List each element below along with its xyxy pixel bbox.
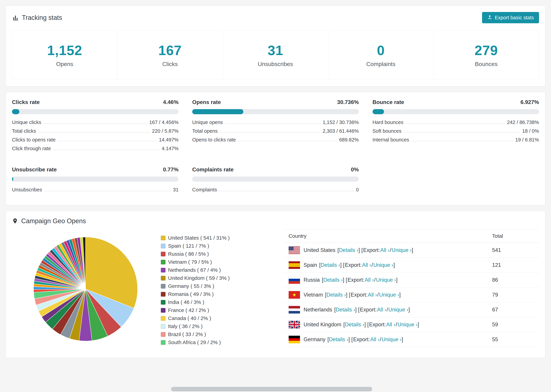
country-export-all-link[interactable]: All › [380, 247, 389, 253]
country-export-all-link[interactable]: All › [365, 277, 374, 283]
legend-swatch [161, 324, 165, 329]
country-total: 55 [488, 332, 539, 347]
country-details-link[interactable]: Details › [323, 277, 343, 283]
metric-row: Complaints 0 [192, 184, 359, 193]
legend-item[interactable]: France ( 42 / 2% ) [161, 307, 263, 313]
geo-table-wrapper: Country Total United States [Details ›] … [284, 229, 539, 347]
rate-title: Opens rate [192, 99, 221, 105]
metric-row: Total opens 2,303 / 61.446% [192, 126, 359, 134]
bar-chart-icon [12, 14, 19, 21]
table-row: United States [Details ›] [Export: All ›… [284, 243, 539, 258]
metric-label: Unsubscribes [12, 187, 42, 193]
country-total: 86 [488, 273, 539, 287]
legend-item[interactable]: Brazil ( 33 / 2% ) [161, 331, 263, 337]
metric-label: Soft bounces [373, 128, 402, 134]
geo-pie-wrapper [33, 229, 142, 343]
country-details-link[interactable]: Details › [339, 247, 359, 253]
legend-item[interactable]: South Africa ( 29 / 2% ) [161, 339, 263, 345]
country-export-unique-link[interactable]: Unique › [389, 307, 409, 313]
legend-item[interactable]: India ( 46 / 3% ) [161, 299, 263, 305]
legend-label: Vietnam ( 79 / 5% ) [168, 259, 212, 265]
country-name: Vietnam [304, 292, 323, 298]
dotted-leader [411, 141, 513, 141]
rate-block: Complaints rate 0% Complaints 0 [192, 166, 359, 193]
dotted-leader [405, 124, 505, 124]
export-prefix: Export: [369, 322, 386, 328]
table-row: Germany [Details ›] [Export: All › / Uni… [284, 332, 539, 347]
rate-title: Clicks rate [12, 99, 40, 105]
stat-label: Unsubscribes [258, 61, 293, 67]
geo-legend: United States ( 541 / 31% ) Spain ( 121 … [161, 229, 263, 348]
metric-label: Unique clicks [12, 119, 41, 125]
country-total: 59 [488, 317, 539, 332]
country-name: Netherlands [304, 307, 332, 313]
dotted-leader [403, 132, 520, 133]
legend-swatch [161, 292, 165, 297]
table-row: United Kingdom [Details ›] [Export: All … [284, 317, 539, 332]
country-flag-icon [289, 291, 300, 299]
country-flag-icon [289, 261, 300, 269]
country-export-unique-link[interactable]: Unique › [376, 277, 396, 283]
table-row: Netherlands [Details ›] [Export: All › /… [284, 302, 539, 317]
export-basic-stats-button[interactable]: Export basic stats [482, 12, 539, 23]
legend-item[interactable]: United States ( 541 / 31% ) [161, 235, 263, 241]
rate-block: Clicks rate 4.46% Unique clicks 167 / 4.… [12, 99, 178, 152]
horizontal-scrollbar-thumb[interactable] [171, 387, 372, 391]
geo-opens-title: Campaign Geo Opens [21, 217, 86, 225]
stat-box: 167 Clicks [117, 30, 223, 79]
metric-label: Opens to clicks rate [192, 137, 236, 143]
geo-pie-chart [33, 236, 139, 342]
metric-label: Total opens [192, 128, 218, 134]
legend-item[interactable]: United Kingdom ( 59 / 3% ) [161, 275, 263, 281]
country-details-link[interactable]: Details › [321, 262, 340, 268]
rate-block: Opens rate 30.736% Unique opens 1,152 / … [192, 99, 359, 152]
country-flag-icon [289, 336, 300, 343]
country-export-unique-link[interactable]: Unique › [397, 322, 417, 328]
country-export-unique-link[interactable]: Unique › [392, 247, 412, 253]
legend-label: Russia ( 86 / 5% ) [168, 251, 209, 257]
country-header: Country [284, 229, 488, 243]
legend-item[interactable]: Germany ( 55 / 3% ) [161, 283, 263, 289]
metric-value: 0 [356, 187, 359, 193]
country-export-unique-link[interactable]: Unique › [379, 292, 399, 298]
country-export-unique-link[interactable]: Unique › [373, 262, 393, 268]
country-export-all-link[interactable]: All › [368, 292, 377, 298]
stats-row: 1,152 Opens 167 Clicks 31 Unsubscribes 0… [12, 30, 539, 79]
country-export-all-link[interactable]: All › [362, 262, 371, 268]
progress-fill [192, 109, 243, 114]
stat-label: Complaints [366, 61, 395, 67]
country-export-unique-link[interactable]: Unique › [381, 336, 402, 343]
country-details-link[interactable]: Details › [326, 292, 346, 298]
progress-bar [192, 109, 359, 114]
metric-label: Click through rate [12, 146, 51, 151]
progress-bar [12, 176, 178, 182]
metric-row: Unique opens 1,152 / 30.736% [192, 117, 359, 126]
country-details-link[interactable]: Details › [329, 336, 348, 343]
metric-row: Total clicks 220 / 5.87% [12, 126, 178, 134]
country-export-all-link[interactable]: All › [377, 307, 386, 313]
country-details-link[interactable]: Details › [336, 307, 355, 313]
legend-item[interactable]: Spain ( 121 / 7% ) [161, 243, 263, 249]
legend-item[interactable]: Canada ( 40 / 2% ) [161, 315, 263, 321]
progress-bar [192, 176, 359, 182]
country-details-link[interactable]: Details › [345, 322, 364, 328]
country-export-all-link[interactable]: All › [386, 322, 395, 328]
legend-item[interactable]: Italy ( 36 / 2% ) [161, 323, 263, 329]
legend-label: Netherlands ( 67 / 4% ) [168, 267, 221, 273]
table-row: Russia [Details ›] [Export: All › / Uniq… [284, 273, 539, 287]
legend-item[interactable]: Russia ( 86 / 5% ) [161, 251, 263, 257]
legend-label: Canada ( 40 / 2% ) [168, 315, 211, 321]
dotted-leader [38, 132, 150, 133]
legend-label: France ( 42 / 2% ) [168, 307, 209, 313]
stat-box: 279 Bounces [433, 30, 539, 79]
stat-value: 1,152 [47, 42, 82, 58]
stat-value: 31 [268, 42, 283, 58]
legend-item[interactable]: Romania ( 49 / 3% ) [161, 291, 263, 297]
map-pin-icon [12, 217, 18, 225]
geo-table: Country Total United States [Details ›] … [284, 229, 539, 347]
progress-bar [373, 109, 539, 114]
metric-row: Soft bounces 18 / 0% [373, 126, 539, 134]
country-export-all-link[interactable]: All › [370, 336, 379, 343]
legend-item[interactable]: Netherlands ( 67 / 4% ) [161, 267, 263, 273]
legend-item[interactable]: Vietnam ( 79 / 5% ) [161, 259, 263, 265]
